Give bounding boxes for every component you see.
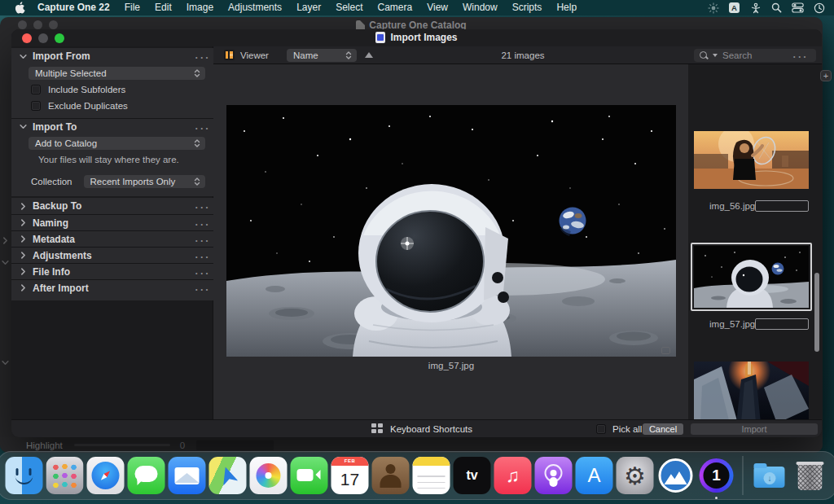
pick-all-label: Pick all bbox=[612, 424, 642, 434]
cancel-button[interactable]: Cancel bbox=[643, 423, 683, 435]
dock-mountains-app-icon[interactable] bbox=[657, 457, 695, 494]
dock-safari-icon[interactable] bbox=[87, 457, 125, 494]
dock-trash-icon[interactable] bbox=[792, 457, 829, 494]
import-button[interactable]: Import bbox=[691, 423, 818, 435]
menu-window[interactable]: Window bbox=[455, 0, 505, 15]
menu-help[interactable]: Help bbox=[549, 0, 584, 15]
highlight-slider[interactable] bbox=[74, 444, 170, 446]
highlight-field[interactable] bbox=[196, 440, 274, 450]
import-source-dropdown[interactable]: Multiple Selected bbox=[29, 67, 205, 80]
viewer-label: Viewer bbox=[240, 50, 269, 60]
menu-adjustments[interactable]: Adjustments bbox=[221, 0, 289, 15]
search-scope-icon[interactable] bbox=[713, 54, 718, 57]
dock-appstore-icon[interactable]: A bbox=[576, 457, 613, 494]
apple-menu-icon[interactable] bbox=[15, 2, 30, 14]
menu-file[interactable]: File bbox=[117, 0, 147, 15]
thumbnail-img56[interactable] bbox=[694, 131, 809, 189]
filmstrip-scrollbar[interactable] bbox=[814, 273, 819, 352]
keyboard-brightness-icon[interactable] bbox=[706, 2, 720, 14]
preview-caption: img_57.jpg bbox=[226, 361, 676, 370]
accessibility-icon[interactable] bbox=[748, 2, 762, 14]
keyboard-shortcuts-label[interactable]: Keyboard Shortcuts bbox=[390, 424, 472, 434]
section-file-info[interactable]: File Info bbox=[11, 263, 213, 279]
file-info-options-icon[interactable] bbox=[195, 266, 213, 278]
import-destination-value: Add to Catalog bbox=[35, 138, 97, 148]
background-tool-chevrons bbox=[2, 237, 9, 366]
sort-ascending-icon[interactable] bbox=[365, 52, 373, 58]
menu-layer[interactable]: Layer bbox=[289, 0, 328, 15]
menu-view[interactable]: View bbox=[419, 0, 455, 15]
import-from-options-icon[interactable] bbox=[195, 50, 213, 62]
search-options-icon[interactable] bbox=[793, 50, 811, 60]
control-center-icon[interactable] bbox=[791, 2, 805, 14]
search-input[interactable] bbox=[722, 50, 793, 60]
dock-music-icon[interactable]: ♫ bbox=[494, 457, 532, 494]
viewer-layout-icon[interactable] bbox=[224, 50, 235, 60]
dock-finder-icon[interactable] bbox=[6, 457, 43, 494]
spotlight-icon[interactable] bbox=[770, 2, 784, 14]
clock-icon[interactable] bbox=[812, 2, 826, 14]
dock-mail-icon[interactable] bbox=[169, 457, 206, 494]
import-note: Your files will stay where they are. bbox=[11, 155, 213, 164]
pick-all-checkbox[interactable] bbox=[596, 424, 606, 434]
section-adjustments[interactable]: Adjustments bbox=[11, 247, 213, 263]
viewer-toolbar: Viewer Name 21 images bbox=[213, 46, 822, 64]
dock-messages-icon[interactable] bbox=[128, 457, 165, 494]
chevron-right-icon bbox=[20, 219, 27, 226]
dock-settings-icon[interactable]: ⚙ bbox=[617, 457, 654, 494]
include-subfolders-label: Include Subfolders bbox=[48, 85, 125, 94]
desktop: Capture One 22 File Edit Image Adjustmen… bbox=[0, 0, 834, 504]
sort-by-dropdown[interactable]: Name bbox=[287, 49, 357, 62]
import-to-options-icon[interactable] bbox=[195, 121, 213, 133]
dock-contacts-icon[interactable] bbox=[372, 457, 410, 494]
include-subfolders-checkbox[interactable] bbox=[31, 85, 41, 94]
dock-podcasts-icon[interactable] bbox=[535, 457, 573, 494]
section-backup-to[interactable]: Backup To bbox=[11, 198, 213, 214]
menu-image[interactable]: Image bbox=[179, 0, 221, 15]
keyboard-icon bbox=[371, 423, 384, 434]
panel-add-icon[interactable]: + bbox=[820, 70, 832, 81]
menu-camera[interactable]: Camera bbox=[371, 0, 420, 15]
dock-photos-icon[interactable] bbox=[250, 457, 288, 494]
search-box bbox=[694, 49, 816, 62]
dock-maps-icon[interactable] bbox=[209, 457, 247, 494]
highlight-value: 0 bbox=[180, 440, 185, 450]
chevron-updown-icon bbox=[194, 68, 200, 78]
metadata-options-icon[interactable] bbox=[195, 234, 213, 245]
pick-checkbox-img57[interactable] bbox=[755, 318, 809, 330]
section-import-from[interactable]: Import From bbox=[11, 48, 213, 64]
dock-facetime-icon[interactable] bbox=[291, 457, 328, 494]
import-dialog: Import Images Import From Multiple Selec… bbox=[11, 29, 822, 437]
dock-capture-one-icon[interactable]: 1 bbox=[698, 457, 735, 494]
pick-checkbox-img56[interactable] bbox=[755, 200, 809, 212]
menu-app-name[interactable]: Capture One 22 bbox=[30, 0, 117, 15]
section-after-import[interactable]: After Import bbox=[11, 279, 213, 296]
collection-dropdown[interactable]: Recent Imports Only bbox=[84, 175, 206, 188]
import-footer: Keyboard Shortcuts Pick all Cancel Impor… bbox=[11, 419, 822, 437]
section-naming[interactable]: Naming bbox=[11, 214, 213, 230]
dock-notes-icon[interactable] bbox=[413, 457, 450, 494]
exclude-duplicates-checkbox[interactable] bbox=[31, 101, 41, 111]
input-source-icon[interactable]: A bbox=[727, 2, 741, 14]
section-import-to[interactable]: Import To bbox=[11, 118, 213, 134]
after-import-options-icon[interactable] bbox=[195, 283, 213, 294]
backup-to-options-icon[interactable] bbox=[195, 200, 213, 212]
download-arrow-glyph: ↓ bbox=[764, 472, 776, 484]
menu-select[interactable]: Select bbox=[328, 0, 370, 15]
import-dialog-title: Import Images bbox=[390, 32, 457, 43]
search-icon bbox=[699, 50, 709, 61]
dock-downloads-icon[interactable]: ↓ bbox=[751, 457, 788, 494]
dock-appletv-icon[interactable]: tv bbox=[454, 457, 491, 494]
chevron-updown-icon bbox=[194, 138, 200, 148]
naming-options-icon[interactable] bbox=[195, 217, 213, 229]
menu-edit[interactable]: Edit bbox=[147, 0, 179, 15]
gear-glyph: ⚙ bbox=[624, 462, 646, 490]
dock-calendar-icon[interactable]: FEB 17 bbox=[331, 457, 369, 494]
section-metadata[interactable]: Metadata bbox=[11, 230, 213, 247]
import-destination-dropdown[interactable]: Add to Catalog bbox=[29, 137, 205, 150]
thumbnail-img58[interactable] bbox=[694, 362, 809, 423]
dock-launchpad-icon[interactable] bbox=[46, 457, 84, 494]
menu-scripts[interactable]: Scripts bbox=[505, 0, 550, 15]
thumbnail-img57-selected[interactable] bbox=[691, 243, 812, 311]
adjustments-options-icon[interactable] bbox=[195, 250, 213, 261]
